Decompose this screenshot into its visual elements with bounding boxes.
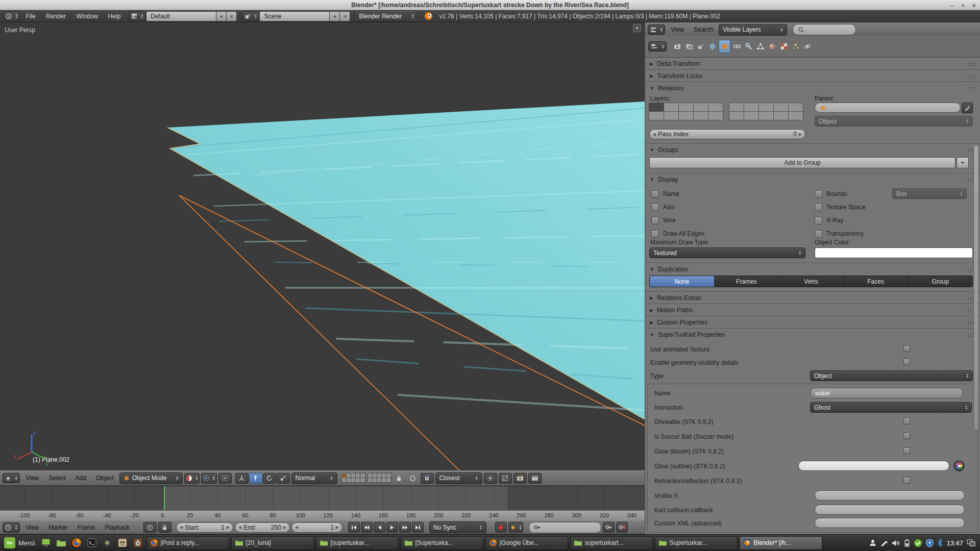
object-color-swatch[interactable] [815,247,973,258]
layer-toggle[interactable] [693,103,708,112]
timeline-ruler[interactable]: -100-80-60-40-20020406080100120140160180… [0,510,645,520]
layer-toggle[interactable] [788,103,803,112]
update-manager-icon[interactable] [914,539,922,547]
viewport-shading-button[interactable]: ▲▼ [184,473,200,484]
dup-option-faces[interactable]: Faces [844,276,909,287]
layer-toggle[interactable] [758,103,774,112]
add-layout-button[interactable]: + [216,11,227,21]
layer-toggle[interactable] [678,103,694,112]
close-button[interactable]: × [972,2,976,9]
scene-name-field[interactable]: Scene [259,11,330,21]
next-keyframe-button[interactable] [399,522,411,533]
stk-refraction-checkbox[interactable] [903,477,910,484]
checkbox-bounds[interactable] [815,190,822,198]
tl-menu-frame[interactable]: Frame [74,524,100,531]
task-window-supertuxka-2[interactable]: [Supertuxka... [401,536,483,550]
volume-icon[interactable] [892,539,900,547]
pass-index-slider[interactable]: ◀ Pass Index: 0 ▶ [649,129,805,139]
properties-editor-type-button[interactable]: ▲▼ [648,24,665,35]
pivot-point-dropdown[interactable]: ▲▼ [201,473,216,484]
panel-duplication[interactable]: ▼Duplication [645,263,980,275]
show-desktop-button[interactable] [39,536,53,549]
viewport-editor-type-button[interactable]: ▲▼ [3,473,20,483]
water-plane-mesh[interactable] [167,102,645,419]
layer-toggle[interactable] [788,111,803,120]
snap-target-button[interactable] [484,473,497,484]
tab-scene[interactable] [695,40,706,53]
max-draw-type-dropdown[interactable]: Textured ▲▼ [649,247,805,258]
panel-grip-icon[interactable] [967,87,975,90]
remove-layout-button[interactable]: × [227,11,237,21]
play-reverse-button[interactable] [374,522,385,533]
user-applet-icon[interactable] [869,539,877,547]
render-engine-dropdown[interactable]: Blender Render ▲▼ [355,10,418,22]
layer-toggle[interactable] [708,103,723,112]
eyedropper-button[interactable] [962,103,973,113]
audio-app-button[interactable] [131,536,144,549]
current-frame-field[interactable]: ◀ 1 ▶ [291,522,342,533]
proportional-edit-button[interactable] [407,473,419,483]
pivot-align-toggle[interactable] [218,473,232,484]
file-manager-button[interactable] [55,536,68,549]
panel-grip-icon[interactable] [967,62,975,66]
stk-visible-if-input[interactable] [815,490,965,500]
tl-menu-view[interactable]: View [21,524,43,531]
menu-file[interactable]: File [20,13,40,20]
task-window-supertuxkar-4[interactable]: Supertuxkar... [655,536,738,550]
bluetooth-icon[interactable] [937,539,943,547]
panel-grip-icon[interactable] [967,74,975,78]
slider-left-arrow-icon[interactable]: ◀ [180,525,183,530]
frame-end-slider[interactable]: ◀ End: 250 ▶ [235,522,290,533]
record-button[interactable] [495,522,507,533]
snap-peel-button[interactable] [499,473,512,484]
checkbox-texture-space[interactable] [815,204,822,211]
panel-relations[interactable]: ▼Relations [645,82,980,94]
panel-delta-transform[interactable]: ▶Delta Transform [645,57,980,69]
layer-toggle[interactable] [729,111,744,120]
dup-option-none[interactable]: None [649,276,715,287]
tab-texture[interactable] [778,40,789,53]
snap-element-dropdown[interactable]: Closest ▲▼ [435,472,482,484]
mode-dropdown[interactable]: Object Mode ▲▼ [119,472,183,484]
properties-context-button[interactable]: ▲▼ [648,41,667,52]
tab-modifiers[interactable] [743,40,754,53]
stk-glow-bloom-checkbox[interactable] [903,447,910,454]
layer-toggle[interactable] [744,111,759,120]
layer-toggle[interactable] [678,111,694,120]
stk-glow-outline-input[interactable] [798,461,949,471]
lock-to-scene-button[interactable] [393,473,405,483]
gimp-launcher-button[interactable] [116,536,129,549]
layer-toggle[interactable] [664,103,679,112]
stk-interaction-dropdown[interactable]: Ghost ▲▼ [810,402,972,413]
menu-window[interactable]: Window [71,13,103,20]
timeline-playhead[interactable] [164,486,165,510]
new-group-button[interactable]: + [957,157,969,168]
checkbox-xray[interactable] [815,217,822,224]
parent-field[interactable] [815,103,961,113]
add-scene-button[interactable]: + [330,11,340,21]
vp-menu-select[interactable]: Select [44,474,69,482]
taskbar-clock[interactable]: 13:47 [946,539,963,547]
render-animation-button[interactable] [528,473,542,484]
slider-left-arrow-icon[interactable]: ◀ [653,132,656,137]
slider-left-arrow-icon[interactable]: ◀ [295,525,298,530]
parent-type-dropdown[interactable]: Object ▲▼ [815,116,973,127]
workspace-switcher-icon[interactable] [967,539,976,547]
firefox-launcher-button[interactable] [70,536,83,549]
transform-orientation-dropdown[interactable]: Normal ▲▼ [291,472,337,484]
firewall-shield-icon[interactable] [926,539,934,547]
object-layers-widget[interactable] [649,103,803,120]
panel-supertuxkart[interactable]: ▼SuperTuxKart Properties [645,328,980,340]
insert-keyframe-button[interactable] [603,522,615,533]
task-window-supertuxkart-3[interactable]: supertuxkart... [570,536,653,550]
screen-layout-name-field[interactable]: Default [146,11,216,21]
stk-kart-collision-input[interactable] [815,505,965,515]
maximize-button[interactable]: + [961,2,965,9]
slider-right-arrow-icon[interactable]: ▶ [283,525,286,530]
tab-physics[interactable] [802,40,813,53]
task-window-post-a-reply[interactable]: |Post a reply... [146,536,229,550]
color-wheel-button[interactable] [953,460,965,471]
slider-right-arrow-icon[interactable]: ▶ [227,525,230,530]
tl-menu-playback[interactable]: Playback [101,524,134,531]
task-window-20-luna[interactable]: [20_luna] [231,536,314,550]
